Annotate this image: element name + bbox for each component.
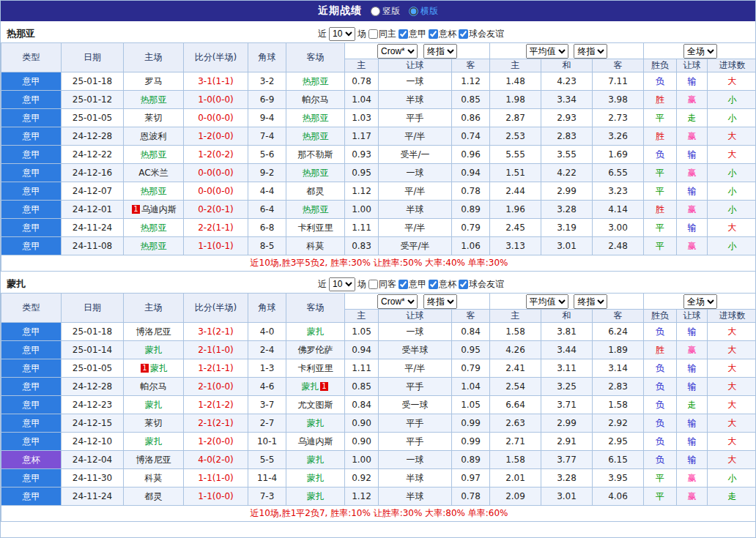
result-winlose: 负 bbox=[644, 378, 677, 396]
same-side-checkbox[interactable] bbox=[368, 280, 378, 289]
odds-home: 1.03 bbox=[345, 109, 379, 127]
matches-table: 类型 日期 主场 比分(半场) 角球 客场 Crow* 终指 平均值 终指 bbox=[1, 42, 756, 272]
away-team-cell: 都灵 bbox=[286, 182, 345, 201]
result-goals: 大 bbox=[708, 146, 756, 164]
away-team-cell: 热那亚 bbox=[286, 72, 345, 91]
serie-a-label: 意甲 bbox=[409, 28, 426, 40]
odds-home: 1.11 bbox=[345, 219, 379, 237]
home-team-cell: 热那亚 bbox=[124, 219, 184, 237]
fulltime-select[interactable]: 全场 bbox=[683, 44, 717, 59]
friendly-checkbox[interactable] bbox=[459, 29, 468, 39]
corner-count: 4-4 bbox=[248, 182, 286, 201]
coppa-option[interactable]: 意杯 bbox=[429, 28, 456, 40]
friendly-option[interactable]: 球会友谊 bbox=[459, 278, 504, 291]
odds-handicap: 平/半 bbox=[379, 359, 452, 378]
corner-count: 3-7 bbox=[248, 396, 286, 414]
home-team-cell: 热那亚 bbox=[124, 237, 184, 255]
result-winlose: 平 bbox=[644, 182, 677, 201]
final-odds-select[interactable]: 终指 bbox=[423, 44, 457, 59]
same-side-checkbox[interactable] bbox=[368, 29, 378, 39]
odds-away: 0.89 bbox=[452, 451, 490, 469]
result-goals: 小 bbox=[708, 237, 756, 255]
match-row: 意甲24-12-10蒙扎1-2(0-0)10-1乌迪内斯0.90平手0.992.… bbox=[1, 433, 756, 451]
match-row: 意甲24-12-07热那亚0-0(0-0)4-4都灵1.12平/半0.782.4… bbox=[1, 182, 756, 201]
odds-handicap: 一球 bbox=[379, 72, 452, 91]
odds-handicap: 一球 bbox=[379, 323, 452, 341]
avg-home-odds: 5.55 bbox=[490, 146, 541, 164]
result-goals: 大 bbox=[708, 341, 756, 359]
red-card-badge: 1 bbox=[141, 364, 148, 373]
corner-count: 4-6 bbox=[248, 378, 286, 396]
result-goals: 小 bbox=[708, 469, 756, 487]
avg-away-odds: 1.58 bbox=[593, 396, 644, 414]
corner-count: 9-4 bbox=[248, 109, 286, 127]
fulltime-select[interactable]: 全场 bbox=[683, 294, 717, 309]
odds-handicap: 受平/半 bbox=[379, 237, 452, 255]
coppa-checkbox[interactable] bbox=[429, 280, 438, 289]
result-goals: 走 bbox=[708, 487, 756, 506]
final-odds-select-2[interactable]: 终指 bbox=[574, 44, 607, 59]
result-winlose: 负 bbox=[644, 72, 677, 91]
result-goals: 小 bbox=[708, 201, 756, 219]
final-odds-select-2[interactable]: 终指 bbox=[574, 294, 607, 309]
average-select[interactable]: 平均值 bbox=[526, 294, 568, 309]
corner-count: 2-4 bbox=[248, 341, 286, 359]
odds-handicap: 平手 bbox=[379, 378, 452, 396]
asian-odds-header: Crow* 终指 bbox=[345, 294, 490, 310]
team-name: 蒙扎 bbox=[145, 436, 163, 447]
result-goals: 大 bbox=[708, 396, 756, 414]
final-odds-select[interactable]: 终指 bbox=[423, 294, 457, 309]
odds-home: 0.92 bbox=[345, 469, 379, 487]
recent-count-select[interactable]: 10 bbox=[329, 27, 355, 41]
result-handicap: 输 bbox=[677, 72, 708, 91]
away-team-cell: 蒙扎1 bbox=[286, 378, 345, 396]
match-score: 0-2(0-1) bbox=[184, 201, 248, 219]
same-side-option[interactable]: 同主 bbox=[368, 28, 396, 40]
odds-handicap: 半球 bbox=[379, 91, 452, 109]
result-handicap: 赢 bbox=[677, 469, 708, 487]
col-home: 主场 bbox=[124, 294, 184, 323]
friendly-checkbox[interactable] bbox=[459, 280, 468, 289]
corner-count: 7-3 bbox=[248, 487, 286, 506]
avg-draw-odds: 2.91 bbox=[541, 433, 593, 451]
corner-count: 6-9 bbox=[248, 91, 286, 109]
serie-a-checkbox[interactable] bbox=[399, 280, 408, 289]
away-team-cell: 蒙扎 bbox=[286, 469, 345, 487]
result-winlose: 负 bbox=[644, 323, 677, 341]
result-goals: 大 bbox=[708, 219, 756, 237]
coppa-checkbox[interactable] bbox=[429, 29, 438, 39]
layout-vertical-option[interactable]: 竖版 bbox=[371, 5, 400, 18]
avg-away-odds: 1.69 bbox=[593, 146, 644, 164]
col-avg-home: 主 bbox=[490, 59, 541, 72]
friendly-option[interactable]: 球会友谊 bbox=[459, 28, 504, 40]
avg-draw-odds: 3.77 bbox=[541, 451, 593, 469]
avg-draw-odds: 2.99 bbox=[541, 182, 593, 201]
league-badge: 意甲 bbox=[1, 414, 62, 433]
serie-a-label: 意甲 bbox=[409, 278, 426, 291]
layout-horizontal-option[interactable]: 横版 bbox=[409, 5, 438, 18]
recent-count-select[interactable]: 10 bbox=[329, 277, 355, 291]
avg-home-odds: 2.45 bbox=[490, 219, 541, 237]
serie-a-option[interactable]: 意甲 bbox=[399, 28, 426, 40]
odds-away: 1.05 bbox=[452, 396, 490, 414]
odds-handicap: 半球 bbox=[379, 201, 452, 219]
odds-away: 0.84 bbox=[452, 323, 490, 341]
avg-home-odds: 1.58 bbox=[490, 323, 541, 341]
same-side-option[interactable]: 同客 bbox=[368, 278, 396, 291]
odds-handicap: 受一球 bbox=[379, 396, 452, 414]
team-name: 博洛尼亚 bbox=[136, 326, 171, 337]
avg-draw-odds: 3.34 bbox=[541, 91, 593, 109]
layout-vertical-radio[interactable] bbox=[371, 7, 380, 16]
home-team-cell: 罗马 bbox=[124, 72, 184, 91]
bookmaker-select[interactable]: Crow* bbox=[377, 44, 418, 59]
average-select[interactable]: 平均值 bbox=[526, 44, 568, 59]
scope-header: 全场 bbox=[644, 294, 756, 310]
bookmaker-select[interactable]: Crow* bbox=[377, 294, 418, 309]
avg-home-odds: 2.53 bbox=[490, 127, 541, 146]
serie-a-option[interactable]: 意甲 bbox=[399, 278, 426, 291]
layout-horizontal-radio[interactable] bbox=[409, 7, 418, 16]
same-side-label: 同客 bbox=[379, 278, 396, 291]
serie-a-checkbox[interactable] bbox=[399, 29, 408, 39]
coppa-option[interactable]: 意杯 bbox=[429, 278, 456, 291]
avg-away-odds: 3.98 bbox=[593, 91, 644, 109]
